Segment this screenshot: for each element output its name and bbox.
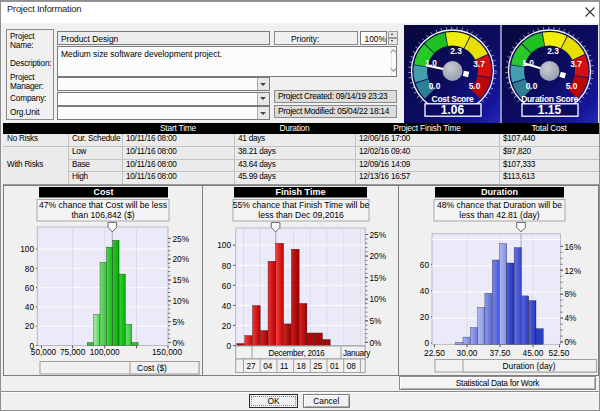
- svg-text:47% chance that Cost will be l: 47% chance that Cost will be less: [39, 200, 167, 210]
- svg-text:75,000: 75,000: [60, 347, 86, 357]
- svg-text:than 106,842 ($): than 106,842 ($): [71, 210, 134, 220]
- svg-text:80: 80: [25, 264, 35, 274]
- svg-text:27: 27: [247, 362, 257, 371]
- svg-text:11: 11: [280, 362, 289, 371]
- svg-text:20: 20: [420, 312, 430, 322]
- svg-text:55% chance that Finish Time wi: 55% chance that Finish Time will be: [233, 200, 370, 210]
- svg-text:0: 0: [226, 341, 231, 351]
- svg-text:37.50: 37.50: [490, 348, 511, 358]
- svg-text:January: January: [343, 349, 371, 358]
- svg-text:40: 40: [420, 286, 430, 296]
- svg-text:25%: 25%: [173, 234, 190, 244]
- svg-text:5.0: 5.0: [469, 81, 481, 91]
- svg-text:0%: 0%: [370, 338, 383, 348]
- svg-text:Cost Score: Cost Score: [432, 94, 474, 104]
- svg-text:3.7: 3.7: [570, 59, 582, 69]
- svg-text:3.7: 3.7: [473, 59, 485, 69]
- svg-text:25: 25: [313, 362, 323, 371]
- svg-text:30.00: 30.00: [457, 348, 478, 358]
- svg-text:5%: 5%: [370, 316, 383, 326]
- svg-text:20%: 20%: [173, 254, 190, 264]
- svg-text:less than Dec 09,2016: less than Dec 09,2016: [258, 210, 344, 220]
- svg-text:22.50: 22.50: [424, 348, 445, 358]
- svg-text:Cost ($): Cost ($): [137, 363, 167, 373]
- svg-text:0.0: 0.0: [526, 81, 538, 91]
- svg-text:48% chance that Duration will: 48% chance that Duration will be: [437, 200, 562, 210]
- svg-text:0%: 0%: [565, 337, 578, 347]
- svg-text:1.06: 1.06: [441, 103, 465, 117]
- svg-text:4%: 4%: [565, 313, 578, 323]
- svg-text:25%: 25%: [370, 230, 387, 240]
- svg-text:15%: 15%: [370, 273, 387, 283]
- svg-text:01: 01: [330, 362, 340, 371]
- svg-text:40: 40: [222, 301, 232, 311]
- svg-text:Duration: Duration: [481, 187, 518, 197]
- svg-text:8%: 8%: [565, 289, 578, 299]
- svg-text:5%: 5%: [173, 317, 186, 327]
- svg-text:Finish Time: Finish Time: [276, 187, 326, 197]
- svg-text:20: 20: [222, 321, 232, 331]
- svg-text:04: 04: [263, 362, 273, 371]
- svg-text:45.00: 45.00: [523, 348, 544, 358]
- svg-text:0.0: 0.0: [429, 81, 441, 91]
- svg-text:5.0: 5.0: [566, 81, 578, 91]
- svg-text:100: 100: [20, 244, 34, 254]
- svg-text:52.50: 52.50: [549, 348, 570, 358]
- svg-text:12%: 12%: [565, 266, 582, 276]
- svg-text:18: 18: [297, 362, 307, 371]
- svg-text:15%: 15%: [173, 275, 190, 285]
- svg-text:150,000: 150,000: [152, 347, 182, 357]
- svg-text:0%: 0%: [173, 338, 186, 348]
- svg-text:100: 100: [217, 240, 231, 250]
- svg-text:16%: 16%: [565, 242, 582, 252]
- svg-text:Cost: Cost: [94, 187, 114, 197]
- svg-text:60: 60: [25, 283, 35, 293]
- svg-text:1.15: 1.15: [538, 103, 562, 117]
- svg-text:Duration Score: Duration Score: [521, 94, 578, 104]
- svg-text:20%: 20%: [370, 251, 387, 261]
- svg-text:60: 60: [420, 260, 430, 270]
- svg-text:2.3: 2.3: [547, 46, 559, 56]
- svg-text:20: 20: [25, 321, 35, 331]
- svg-text:60: 60: [222, 281, 232, 291]
- svg-text:less than 42.81 (day): less than 42.81 (day): [459, 210, 539, 220]
- svg-text:80: 80: [222, 261, 232, 271]
- svg-text:10%: 10%: [370, 294, 387, 304]
- svg-text:10%: 10%: [173, 296, 190, 306]
- svg-text:08: 08: [347, 362, 357, 371]
- svg-text:December, 2016: December, 2016: [269, 349, 326, 358]
- svg-text:50,000: 50,000: [31, 347, 57, 357]
- svg-text:Duration (day): Duration (day): [502, 361, 555, 371]
- svg-text:0: 0: [424, 338, 429, 348]
- svg-text:100,000: 100,000: [90, 347, 120, 357]
- svg-text:40: 40: [25, 302, 35, 312]
- svg-text:2.3: 2.3: [450, 46, 462, 56]
